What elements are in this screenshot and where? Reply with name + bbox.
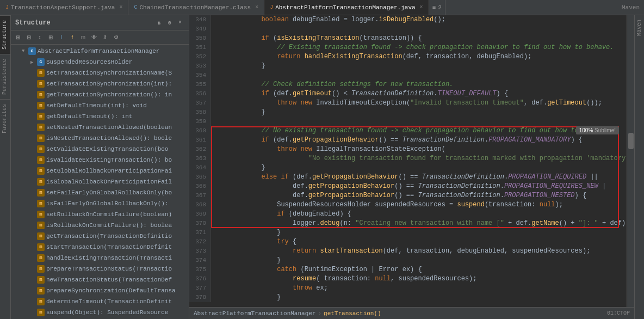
close-icon[interactable]: × [420, 4, 423, 10]
list-item[interactable]: m prepareSynchronization(DefaultTransa [11, 285, 189, 296]
line-content: else if (def.getPropagationBehavior() ==… [211, 173, 598, 182]
editor-lines[interactable]: 100% Sublime! 348 boolean debugEnabled =… [189, 15, 627, 307]
list-item[interactable]: m suspend(Object): SuspendedResource [11, 307, 189, 318]
collapse-all-btn[interactable]: ⊟ [24, 33, 34, 42]
tree-item-label: setNestedTransactionAllowed(boolean [46, 124, 172, 131]
expand-icon[interactable]: ⇅ [155, 19, 164, 27]
code-line: 375 catch (RuntimeException | Error ex) … [189, 265, 627, 274]
line-number: 374 [189, 256, 211, 265]
breadcrumb-method[interactable]: getTransaction() [324, 310, 381, 317]
breadcrumb-bar: AbstractPlatformTransactionManager › get… [189, 307, 634, 319]
list-item[interactable]: m setGlobalRollbackOnParticipationFai [11, 165, 189, 176]
line-content: catch (RuntimeException | Error ex) { [211, 265, 422, 274]
list-item[interactable]: m setTransactionSynchronization(int): [11, 78, 189, 89]
method-btn[interactable]: m [78, 33, 88, 42]
tree-item-label: getTransaction(TransactionDefinitio [46, 233, 172, 240]
line-content [211, 71, 214, 80]
sort-btn[interactable]: ↕ [35, 33, 45, 42]
close-icon[interactable]: × [255, 4, 258, 10]
structure-panel: Structure ⇅ ⚙ × ⊞ ⊟ ↕ ⊞ I f m 👁 ∂ ⚙ ▼ c [11, 15, 189, 319]
line-content: boolean debugEnabled = logger.isDebugEna… [211, 15, 445, 24]
list-item[interactable]: ▶ c SuspendedResourcesHolder [11, 57, 189, 68]
vtab-persistence[interactable]: Persistence [0, 54, 10, 99]
line-number: 355 [189, 80, 211, 89]
code-line: 348 boolean debugEnabled = logger.isDebu… [189, 15, 627, 24]
tree-item-label: prepareSynchronization(DefaultTransa [46, 287, 176, 294]
code-line: 377 throw ex; [189, 284, 627, 293]
tree-item-label: setGlobalRollbackOnParticipationFai [46, 168, 172, 174]
list-item[interactable]: m getTransaction(TransactionDefinitio [11, 231, 189, 242]
line-number: 360 [189, 126, 211, 136]
breadcrumb-class[interactable]: AbstractPlatformTransactionManager [194, 310, 315, 317]
panel-title: Structure [15, 19, 51, 27]
code-line: 367 def.getPropagationBehavior() == Tran… [189, 191, 627, 200]
expand-all-btn[interactable]: ⊞ [13, 33, 23, 42]
tree-item-label: setFailEarlyOnGlobalRollbackOnly(bo [46, 189, 172, 196]
maven-panel-tab[interactable]: Maven [635, 15, 644, 40]
badge: m [37, 156, 45, 164]
list-item[interactable]: m getTransactionSynchronization(): in [11, 89, 189, 100]
line-content [211, 117, 214, 126]
tree-item-label: isFailEarlyOnGlobalRollbackOnly(): [46, 200, 168, 207]
code-line: 372 try { [189, 237, 627, 247]
badge: m [37, 298, 45, 305]
tab-transaction-aspect[interactable]: J TransactionAspectSupport.java × [0, 0, 128, 15]
code-line: 369 if (debugEnabled) { [189, 210, 627, 219]
list-item[interactable]: m setValidateExistingTransaction(boo [11, 144, 189, 155]
list-item[interactable]: m setFailEarlyOnGlobalRollbackOnly(bo [11, 187, 189, 198]
line-number: 354 [189, 71, 211, 80]
line-number: 353 [189, 62, 211, 71]
vtab-structure[interactable]: Structure [0, 15, 10, 54]
badge: m [37, 113, 45, 120]
badge: m [37, 287, 45, 295]
line-content [211, 24, 214, 34]
line-content: if (debugEnabled) { [211, 210, 351, 219]
vtab-favorites[interactable]: Favorites [0, 99, 10, 138]
line-number: 349 [189, 24, 211, 34]
list-item[interactable]: m startTransaction(TransactionDefinit [11, 242, 189, 253]
code-line: 356 if (def.getTimeout() < TransactionDe… [189, 89, 627, 99]
tab-chained-transaction[interactable]: C ChainedTransactionManager.class × [128, 0, 264, 15]
list-item[interactable]: m setTransactionSynchronizationName(S [11, 68, 189, 78]
tree-root[interactable]: ▼ c AbstractPlatformTransactionManager [11, 46, 189, 57]
breadcrumb-separator: › [318, 310, 321, 317]
list-item[interactable]: m isGlobalRollbackOnParticipationFail [11, 176, 189, 187]
scroll-track[interactable] [627, 15, 634, 307]
field-btn[interactable]: f [67, 33, 77, 42]
java-icon: J [5, 4, 9, 10]
tab-abstract-platform[interactable]: J AbstractPlatformTransactionManager.jav… [264, 0, 429, 15]
list-item[interactable]: m setNestedTransactionAllowed(boolean [11, 122, 189, 133]
tab-split[interactable]: ≡ 2 [429, 0, 445, 15]
anon-btn[interactable]: ∂ [100, 33, 110, 42]
list-item[interactable]: m determineTimeout(TransactionDefinit [11, 296, 189, 307]
list-item[interactable]: m isValidateExistingTransaction(): bo [11, 155, 189, 165]
tree-item-label: SuspendedResourcesHolder [46, 59, 132, 65]
badge: m [37, 134, 45, 142]
inherited-btn[interactable]: I [57, 33, 66, 42]
gear-btn[interactable]: ⚙ [111, 33, 121, 42]
visibility-btn[interactable]: 👁 [89, 33, 99, 42]
structure-tree: ▼ c AbstractPlatformTransactionManager ▶… [11, 45, 189, 319]
list-item[interactable]: m getDefaultTimeout(): int [11, 111, 189, 122]
list-item[interactable]: m newTransactionStatus(TransactionDef [11, 274, 189, 285]
list-item[interactable]: m isFailEarlyOnGlobalRollbackOnly(): [11, 198, 189, 209]
code-line: 366 def.getPropagationBehavior() == Tran… [189, 182, 627, 191]
settings-icon[interactable]: ⚙ [165, 19, 174, 27]
line-number: 376 [189, 274, 211, 284]
close-icon[interactable]: × [119, 4, 122, 10]
list-item[interactable]: m setDefaultTimeout(int): void [11, 100, 189, 111]
list-item[interactable]: m setRollbackOnCommitFailure(boolean) [11, 209, 189, 220]
close-panel-icon[interactable]: × [176, 19, 184, 27]
list-item[interactable]: m isRollbackOnCommitFailure(): boolea [11, 220, 189, 231]
line-content: } [211, 228, 281, 237]
filter-btn[interactable]: ⊞ [46, 33, 55, 42]
progress-badge: 100% Sublime! [576, 126, 619, 134]
list-item[interactable]: m prepareTransactionStatus(Transactio [11, 263, 189, 274]
badge: m [37, 124, 45, 131]
list-item[interactable]: m handleExistingTransaction(Transacti [11, 253, 189, 263]
list-item[interactable]: m isNestedTransactionAllowed(): boole [11, 133, 189, 144]
scroll-thumb[interactable] [628, 133, 634, 149]
class-icon: C [134, 4, 137, 10]
tab-bar: J TransactionAspectSupport.java × C Chai… [0, 0, 644, 15]
line-content: throw ex; [211, 284, 328, 293]
